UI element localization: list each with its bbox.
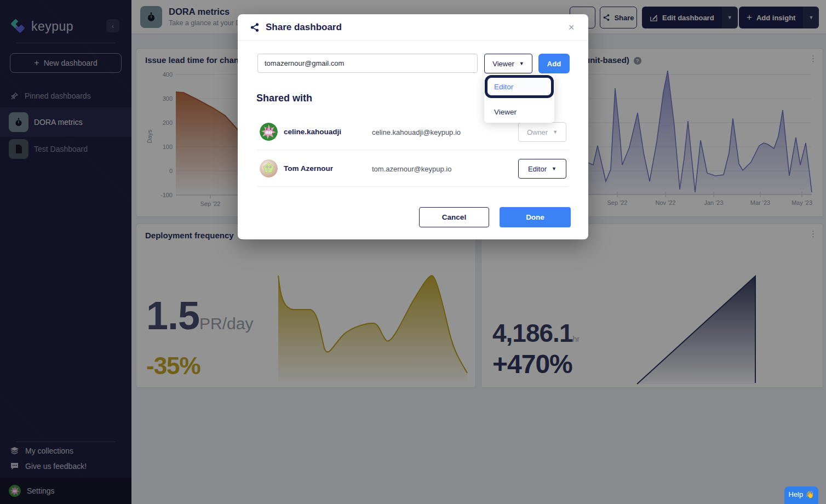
avatar: [260, 159, 278, 177]
person-role-select[interactable]: Editor ▼: [518, 159, 566, 179]
role-dropdown-menu: Editor Viewer: [484, 75, 554, 123]
person-email: tom.azernour@keypup.io: [372, 165, 451, 173]
person-role-select-disabled: Owner ▼: [518, 122, 566, 142]
person-name: celine.kahouadji: [284, 128, 341, 136]
person-role-label: Editor: [528, 165, 547, 173]
avatar: [260, 123, 278, 141]
add-button[interactable]: Add: [538, 54, 570, 73]
person-role-label: Owner: [527, 128, 548, 136]
cancel-button[interactable]: Cancel: [419, 207, 489, 227]
shared-person-row: Tom Azernour tom.azernour@keypup.io Edit…: [257, 151, 569, 187]
done-button[interactable]: Done: [500, 207, 571, 227]
menu-item-viewer[interactable]: Viewer: [485, 103, 554, 121]
share-icon: [250, 22, 260, 32]
help-label: Help: [789, 490, 804, 499]
modal-header: Share dashboard ×: [238, 14, 588, 41]
chevron-down-icon: ▼: [519, 61, 524, 66]
share-email-input[interactable]: [257, 54, 478, 73]
close-icon[interactable]: ×: [565, 21, 577, 33]
modal-title: Share dashboard: [266, 22, 342, 33]
shared-with-heading: Shared with: [256, 93, 312, 104]
chevron-down-icon: ▼: [553, 129, 558, 135]
role-selected-label: Viewer: [492, 60, 514, 68]
help-button[interactable]: Help 👋: [784, 486, 818, 504]
share-dashboard-modal: Share dashboard × Viewer ▼ Add Editor Vi…: [238, 14, 588, 239]
person-name: Tom Azernour: [284, 164, 333, 173]
role-select-dropdown[interactable]: Viewer ▼: [484, 54, 532, 73]
person-email: celine.kahouadji@keypup.io: [372, 128, 461, 136]
chevron-down-icon: ▼: [552, 166, 557, 171]
menu-item-editor[interactable]: Editor: [485, 75, 554, 98]
wave-emoji-icon: 👋: [805, 490, 814, 499]
